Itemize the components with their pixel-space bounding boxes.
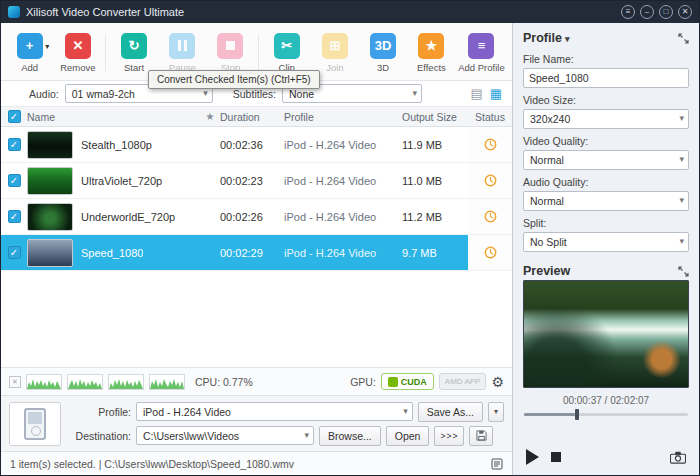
duration-cell: 00:02:29 [220,247,284,259]
profile-select[interactable]: iPod - H.264 Video [136,402,413,421]
gpu-group: GPU: CUDA AMD APP ⚙ [350,373,504,390]
add-profile-button[interactable]: ≡ Add Profile [459,33,504,73]
split-select[interactable]: No Split [523,232,689,252]
remove-icon: ✕ [65,33,91,59]
gpu-settings-gear-icon[interactable]: ⚙ [491,375,504,389]
profile-cell: iPod - H.264 Video [284,175,402,187]
save-destination-button[interactable] [469,426,493,446]
menu-button[interactable] [621,5,635,19]
pause-button[interactable]: Pause [162,33,203,73]
audio-quality-label: Audio Quality: [523,176,689,188]
status-cell [468,235,512,270]
profile-dropdown-icon[interactable] [562,31,570,45]
file-list-empty-area [1,271,512,367]
row-checkbox[interactable] [8,210,21,223]
video-name: Stealth_1080p [81,139,152,151]
log-icon[interactable] [491,458,503,470]
clip-icon: ✂ [274,33,300,59]
header-profile[interactable]: Profile [284,111,402,123]
header-favorite[interactable]: ★ [200,111,220,122]
table-row[interactable]: UltraViolet_720p 00:02:23 iPod - H.264 V… [1,163,512,199]
preview-time: 00:00:37 / 02:02:07 [523,395,689,406]
right-pane: Profile File Name: Video Size: 320x240 V… [513,23,699,475]
expand-preview-icon[interactable] [678,266,689,277]
select-all-checkbox[interactable] [8,110,21,123]
play-button[interactable] [526,449,539,465]
maximize-button[interactable] [659,5,673,19]
seek-progress [524,413,575,416]
effects-button[interactable]: ★ Effects [411,33,452,73]
table-header: Name ★ Duration Profile Output Size Stat… [1,107,512,127]
app-window: Xilisoft Video Converter Ultimate Conver… [0,0,700,476]
output-size-cell: 9.7 MB [402,247,468,259]
header-output-size[interactable]: Output Size [402,111,468,123]
row-checkbox[interactable] [8,174,21,187]
preview-section-header: Preview [523,264,689,278]
profile-section-title[interactable]: Profile [523,31,562,45]
thumbnail-view-icon[interactable]: ▦ [490,87,502,100]
cuda-badge[interactable]: CUDA [381,373,434,390]
toolbar-divider [258,35,259,71]
header-name[interactable]: Name [27,111,200,123]
add-button[interactable]: + ▾ Add [9,33,50,73]
subtitles-label: Subtitles: [233,88,276,100]
profile-cell: iPod - H.264 Video [284,247,402,259]
list-view-icon[interactable]: ▤ [470,87,482,100]
file-name-input[interactable] [523,68,689,88]
gpu-label: GPU: [350,376,376,388]
open-button[interactable]: Open [386,426,430,446]
table-row[interactable]: Stealth_1080p 00:02:36 iPod - H.264 Vide… [1,127,512,163]
duration-cell: 00:02:36 [220,139,284,151]
close-button[interactable] [678,5,692,19]
header-status[interactable]: Status [468,111,512,123]
profile-cell: iPod - H.264 Video [284,211,402,223]
destination-select[interactable]: C:\Users\lww\Videos [136,426,314,445]
cpu-waveform [26,374,62,390]
device-preview-box [9,402,61,446]
expand-profile-icon[interactable] [678,33,689,44]
stop-playback-button[interactable] [551,452,561,462]
video-size-label: Video Size: [523,94,689,106]
snapshot-button[interactable] [670,451,686,464]
window-title: Xilisoft Video Converter Ultimate [26,6,184,18]
stop-button[interactable]: Stop [210,33,251,73]
more-options-button[interactable]: >>> [434,426,464,446]
status-bar: 1 item(s) selected. | C:\Users\lww\Deskt… [1,451,512,475]
browse-button[interactable]: Browse... [319,426,381,446]
row-checkbox[interactable] [8,138,21,151]
audio-quality-select[interactable]: Normal [523,191,689,211]
file-name-label: File Name: [523,53,689,65]
monitor-close-icon[interactable] [9,376,21,388]
preview-image[interactable] [523,280,689,388]
table-row[interactable]: UnderworldE_720p 00:02:26 iPod - H.264 V… [1,199,512,235]
join-button[interactable]: ⊞ Join [314,33,355,73]
destination-label: Destination: [69,430,131,442]
row-checkbox[interactable] [8,246,21,259]
table-row-selected[interactable]: Speed_1080 00:02:29 iPod - H.264 Video 9… [1,235,512,271]
video-name: UnderworldE_720p [81,211,175,223]
status-cell [468,163,512,198]
minimize-button[interactable] [640,5,654,19]
seek-slider[interactable] [524,409,688,420]
save-as-dropdown-icon[interactable]: ▾ [488,402,504,422]
status-cell [468,127,512,162]
split-label: Split: [523,217,689,229]
save-as-button[interactable]: Save As... [418,402,483,422]
3d-button[interactable]: 3D 3D [363,33,404,73]
video-size-select[interactable]: 320x240 [523,109,689,129]
duration-cell: 00:02:23 [220,175,284,187]
add-dropdown-icon[interactable]: ▾ [45,42,49,51]
video-thumbnail [27,131,73,159]
left-pane: + ▾ Add ✕ Remove ↻ Start Pause [1,23,513,475]
main-area: + ▾ Add ✕ Remove ↻ Start Pause [1,23,699,475]
clip-button[interactable]: ✂ Clip [266,33,307,73]
effects-icon: ★ [418,33,444,59]
start-button[interactable]: ↻ Start [113,33,154,73]
seek-handle[interactable] [575,409,579,420]
video-quality-select[interactable]: Normal [523,150,689,170]
remove-button[interactable]: ✕ Remove [57,33,98,73]
device-icon [24,408,46,440]
duration-cell: 00:02:26 [220,211,284,223]
amd-app-badge[interactable]: AMD APP [439,373,487,390]
header-duration[interactable]: Duration [220,111,284,123]
